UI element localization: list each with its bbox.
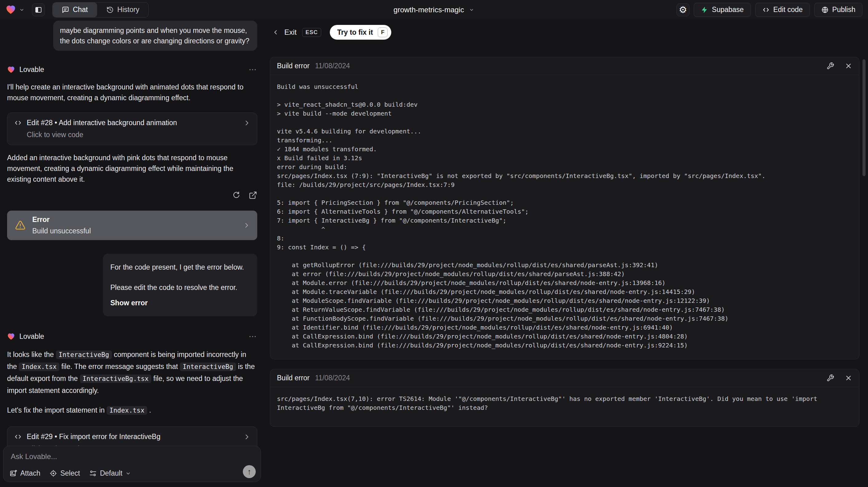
fix-wrench-icon[interactable] <box>827 62 834 70</box>
panel-1-date: 11/08/2024 <box>315 62 350 70</box>
target-select-icon <box>50 469 57 477</box>
assistant-fix-explanation: It looks like the InteractiveBg componen… <box>7 348 257 396</box>
project-name: growth-metrics-magic <box>394 5 464 14</box>
log-line: x Build failed in 3.12s <box>277 154 852 163</box>
log-line: at getRollupError (file:///builds/29/pro… <box>277 261 852 270</box>
publish-button[interactable]: Publish <box>814 3 863 17</box>
chevron-right-icon <box>243 433 250 440</box>
restore-icon[interactable] <box>232 191 241 200</box>
close-icon[interactable] <box>845 374 852 382</box>
history-clock-icon <box>106 6 114 13</box>
panel-2-title: Build error <box>277 374 310 382</box>
chat-history-tab-group: Chat History <box>52 2 149 18</box>
fix-wrench-icon[interactable] <box>827 374 834 382</box>
edit-code-button[interactable]: Edit code <box>755 3 810 17</box>
open-external-icon[interactable] <box>249 191 257 200</box>
tab-history-label: History <box>117 5 140 14</box>
log-line: transforming... <box>277 136 852 145</box>
gear-icon: ⚙ <box>679 5 687 14</box>
attach-button[interactable]: Attach <box>9 469 40 478</box>
log-line: at ModuleScope.findVariable (file:///bui… <box>277 296 852 305</box>
log-line: at Module.traceVariable (file:///builds/… <box>277 287 852 296</box>
inline-code: Index.tsx <box>19 363 59 371</box>
log-line: file: /builds/29/project/src/pages/Index… <box>277 180 852 189</box>
assistant-name: Lovable <box>19 332 44 341</box>
log-line: at Module.error (file:///builds/29/proje… <box>277 278 852 287</box>
assistant-intro-text: I'll help create an interactive backgrou… <box>7 82 257 103</box>
log-line: 6: import { AlternativeTools } from "@/c… <box>277 207 852 216</box>
more-options-icon[interactable]: ⋯ <box>249 65 257 74</box>
close-icon[interactable] <box>845 62 852 70</box>
send-button[interactable]: ↑ <box>243 465 256 478</box>
logo-chevron-down-icon[interactable] <box>19 7 25 12</box>
try-to-fix-button[interactable]: Try to fix it F <box>330 25 391 40</box>
panel-2-date: 11/08/2024 <box>315 374 350 382</box>
ts-error-text: src/pages/Index.tsx(7,10): error TS2614:… <box>270 387 859 426</box>
model-default-dropdown[interactable]: Default <box>89 469 131 478</box>
esc-key-badge: ESC <box>302 28 321 37</box>
inline-code: Index.tsx <box>107 406 147 415</box>
select-button[interactable]: Select <box>50 469 80 478</box>
select-label: Select <box>60 469 80 478</box>
log-line <box>277 91 852 100</box>
warning-triangle-icon <box>14 220 26 231</box>
assistant-message-header: Lovable ⋯ <box>7 332 257 341</box>
assistant-name: Lovable <box>19 65 44 74</box>
chat-input-box: Attach Select Default ↑ <box>3 446 261 482</box>
log-line: error during build: <box>277 163 852 172</box>
try-to-fix-label: Try to fix it <box>337 28 373 37</box>
tab-chat-label: Chat <box>73 5 88 14</box>
log-line <box>277 252 852 261</box>
lovable-logo-heart-icon[interactable] <box>5 5 16 15</box>
sidebar-toggle-button[interactable] <box>32 3 45 16</box>
log-line: 7: import { InteractiveBg } from "@/comp… <box>277 216 852 225</box>
build-error-panel-2: Build error 11/08/2024 src/pages/Index.t… <box>270 369 859 427</box>
supabase-label: Supabase <box>712 5 744 14</box>
log-line: vite v5.4.6 building for development... <box>277 127 852 136</box>
scrollbar-thumb[interactable] <box>863 59 866 176</box>
chat-panel: maybe diagramming points and when you mo… <box>0 19 270 487</box>
settings-button[interactable]: ⚙ <box>677 3 689 16</box>
code-brackets-icon <box>762 6 770 13</box>
panel-1-title: Build error <box>277 62 310 70</box>
chevron-right-icon <box>243 120 250 126</box>
project-chevron-down-icon <box>469 7 474 12</box>
log-line: at ReturnValueScope.findVariable (file:/… <box>277 305 852 314</box>
inline-code: InteractiveBg.tsx <box>80 374 152 383</box>
tab-chat[interactable]: Chat <box>53 2 97 17</box>
more-options-icon[interactable]: ⋯ <box>249 332 257 341</box>
show-error-link[interactable]: Show error <box>110 298 250 308</box>
user-message-bubble: maybe diagramming points and when you mo… <box>53 21 257 51</box>
message-action-row <box>7 191 257 200</box>
supabase-bolt-icon <box>701 6 708 13</box>
exit-label: Exit <box>284 28 297 37</box>
inline-code: InteractiveBg <box>56 351 112 359</box>
tab-history[interactable]: History <box>97 2 149 17</box>
supabase-button[interactable]: Supabase <box>694 3 751 17</box>
edit-28-title: Edit #28 • Add interactive background an… <box>27 119 239 127</box>
exit-button[interactable]: Exit ESC <box>273 28 321 37</box>
f-key-badge: F <box>378 27 388 37</box>
log-line: 8: <box>277 234 852 243</box>
chevron-left-icon <box>273 29 279 35</box>
panel-1-header: Build error 11/08/2024 <box>270 57 859 75</box>
assistant-summary-text: Added an interactive background with pin… <box>7 152 257 185</box>
project-switcher[interactable]: growth-metrics-magic <box>394 5 474 14</box>
log-line <box>277 189 852 198</box>
attach-label: Attach <box>20 469 40 478</box>
log-line: src/pages/Index.tsx (7:9): "InteractiveB… <box>277 172 852 180</box>
log-line: > vite build --mode development <box>277 109 852 118</box>
log-line: ^ <box>277 225 852 234</box>
edit-28-card[interactable]: Edit #28 • Add interactive background an… <box>7 113 257 145</box>
lovable-heart-icon <box>7 333 15 340</box>
sliders-icon <box>89 469 97 477</box>
code-brackets-icon <box>14 119 22 127</box>
log-line: > vite_react_shadcn_ts@0.0.0 build:dev <box>277 100 852 109</box>
inline-code: InteractiveBg <box>180 363 236 371</box>
chat-input[interactable] <box>3 446 261 465</box>
lovable-heart-icon <box>7 66 15 73</box>
build-error-card[interactable]: Error Build unsuccessful <box>7 211 257 240</box>
error-prompt-bubble: For the code present, I get the error be… <box>103 254 257 316</box>
log-line: at FunctionBodyScope.findVariable (file:… <box>277 314 852 323</box>
image-attach-icon <box>9 469 17 477</box>
